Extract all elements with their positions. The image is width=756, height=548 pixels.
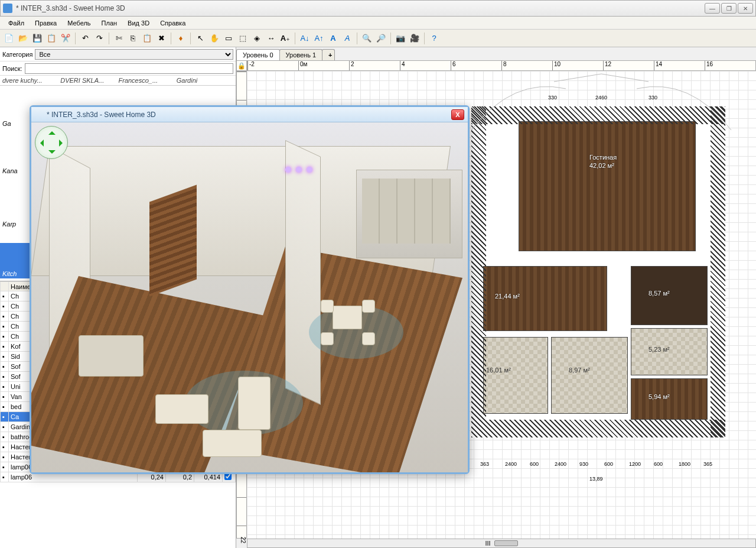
menu-furniture[interactable]: Мебель	[63, 18, 95, 28]
ruler-tick: 0м	[298, 61, 349, 70]
menu-help[interactable]: Справка	[155, 18, 190, 28]
nav-down-icon[interactable]	[48, 150, 56, 157]
wall-hatch	[471, 106, 486, 437]
textsize2-icon[interactable]: A↑	[312, 32, 325, 45]
help-icon[interactable]: ?	[428, 32, 441, 45]
dimension: 1800	[679, 461, 690, 467]
photo-icon[interactable]: 📷	[394, 32, 407, 45]
new-icon[interactable]: 📄	[2, 32, 15, 45]
toolbar: 📄 📂 💾 📋 ✂️ ↶ ↷ ✄ ⎘ 📋 ✖ ♦ ↖ ✋ ▭ ⬚ ◈ ↔ A₊ …	[0, 30, 756, 47]
delete-icon[interactable]: ✖	[155, 32, 168, 45]
minimize-button[interactable]: —	[705, 3, 720, 14]
ruler-tick: 12	[603, 61, 654, 70]
3d-viewport[interactable]	[31, 122, 468, 472]
dimension: 930	[579, 461, 588, 467]
3d-nav-compass[interactable]	[35, 126, 68, 159]
ruler-tick: 10	[552, 61, 603, 70]
chair	[362, 332, 375, 345]
menu-edit[interactable]: Правка	[30, 18, 61, 28]
tab-level-1[interactable]: Уровень 1	[279, 49, 323, 60]
room-1601[interactable]	[483, 337, 548, 414]
row-icon: ▪	[1, 402, 9, 412]
light	[307, 167, 312, 173]
room-523[interactable]	[631, 328, 708, 375]
toolbar-sep	[75, 33, 76, 44]
wall-icon[interactable]: ▭	[222, 32, 235, 45]
3d-window-title: * INTER_3.sh3d - Sweet Home 3D	[47, 111, 448, 119]
wall-hatch	[471, 420, 725, 437]
horizontal-scrollbar[interactable]: III	[247, 539, 756, 548]
redo-icon[interactable]: ↷	[93, 32, 106, 45]
row-icon: ▪	[1, 362, 9, 372]
dimension: 600	[530, 461, 539, 467]
menu-plan[interactable]: План	[97, 18, 122, 28]
pan-icon[interactable]: ✋	[208, 32, 221, 45]
dimension-total: 13,89	[589, 476, 603, 482]
category-label: Категория	[2, 51, 32, 58]
menu-view3d[interactable]: Вид 3D	[123, 18, 154, 28]
dimension-icon[interactable]: ↔	[265, 32, 278, 45]
catalog-item-label: Karp	[2, 221, 16, 228]
copy-icon[interactable]: ⎘	[126, 32, 139, 45]
catalog-item-label: Ga	[2, 120, 11, 127]
sofa	[203, 430, 262, 457]
text-icon[interactable]: A₊	[279, 32, 292, 45]
cat-col[interactable]: Gardini	[177, 77, 233, 84]
level-tabs: Уровень 0 Уровень 1 +	[236, 47, 334, 60]
category-select[interactable]: Все	[35, 49, 233, 60]
polyline-icon[interactable]: ◈	[250, 32, 263, 45]
row-icon: ▪	[1, 432, 9, 442]
save-icon[interactable]: 💾	[31, 32, 44, 45]
prefs-icon[interactable]: ✂️	[59, 32, 72, 45]
window-title: * INTER_3.sh3d - Sweet Home 3D	[16, 4, 701, 12]
textsize-icon[interactable]: A↓	[298, 32, 311, 45]
row-icon: ▪	[1, 472, 9, 482]
close-button[interactable]: ✕	[738, 3, 753, 14]
tab-add-level[interactable]: +	[322, 49, 335, 60]
room-897[interactable]	[551, 337, 628, 414]
room-594[interactable]	[631, 378, 708, 420]
sofa	[238, 377, 271, 430]
maximize-button[interactable]: ❐	[721, 3, 737, 14]
room-21[interactable]	[483, 266, 607, 331]
dimension: 600	[604, 461, 613, 467]
dimension: 600	[654, 461, 663, 467]
roof-arcs	[465, 71, 737, 142]
video-icon[interactable]: 🎥	[408, 32, 421, 45]
open-icon[interactable]: 📂	[17, 32, 30, 45]
nav-left-icon[interactable]	[37, 140, 44, 147]
room-icon[interactable]: ⬚	[236, 32, 249, 45]
add-furniture-icon[interactable]: ♦	[174, 32, 187, 45]
cat-col[interactable]: dvere kuchy...	[2, 77, 59, 84]
cut-icon[interactable]: ✄	[112, 32, 125, 45]
undo-icon[interactable]: ↶	[79, 32, 92, 45]
cat-col[interactable]: Francesco_...	[119, 77, 175, 84]
toolbar-sep	[109, 33, 109, 44]
zoomin-icon[interactable]: 🔍	[360, 32, 373, 45]
scroll-thumb[interactable]	[494, 540, 518, 546]
chair	[362, 300, 375, 313]
cat-col[interactable]: DVERI SKLA...	[60, 77, 117, 84]
lock-icon[interactable]: 🔒	[236, 60, 247, 71]
col-icon[interactable]	[1, 282, 9, 291]
tab-level-0[interactable]: Уровень 0	[236, 49, 280, 60]
select-icon[interactable]: ↖	[194, 32, 207, 45]
toolbar-sep	[190, 33, 191, 44]
search-input[interactable]	[25, 63, 233, 74]
menu-file[interactable]: Файл	[4, 18, 29, 28]
zoomout-icon[interactable]: 🔎	[374, 32, 387, 45]
light	[296, 167, 302, 173]
ruler-tick: 2	[349, 61, 400, 70]
bold-icon[interactable]: A	[327, 32, 340, 45]
chair	[321, 332, 334, 345]
nav-right-icon[interactable]	[59, 140, 66, 147]
3d-window-titlebar[interactable]: * INTER_3.sh3d - Sweet Home 3D X	[31, 107, 468, 122]
nav-up-icon[interactable]	[48, 128, 56, 135]
paste-icon[interactable]: 📋	[141, 32, 154, 45]
room-857[interactable]	[631, 266, 708, 325]
3d-close-button[interactable]: X	[451, 109, 464, 120]
italic-icon[interactable]: A	[341, 32, 354, 45]
3d-view-window[interactable]: * INTER_3.sh3d - Sweet Home 3D X	[30, 105, 470, 474]
saveas-icon[interactable]: 📋	[45, 32, 58, 45]
ruler-tick: 4	[400, 61, 451, 70]
